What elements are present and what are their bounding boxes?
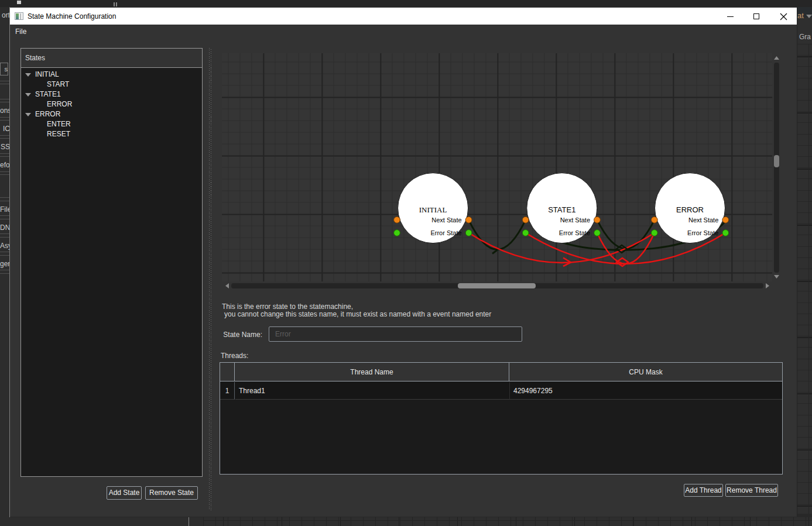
svg-text:Next State: Next State — [560, 216, 590, 224]
svg-text:ERROR: ERROR — [676, 205, 704, 214]
svg-text:Error State: Error State — [559, 229, 590, 236]
svg-text:Next State: Next State — [688, 216, 718, 224]
svg-text:STATE1: STATE1 — [548, 205, 575, 214]
svg-text:Error State: Error State — [687, 229, 718, 236]
svg-text:Error State: Error State — [430, 229, 461, 236]
svg-text:INITIAL: INITIAL — [419, 205, 447, 214]
svg-text:Next State: Next State — [431, 216, 461, 224]
